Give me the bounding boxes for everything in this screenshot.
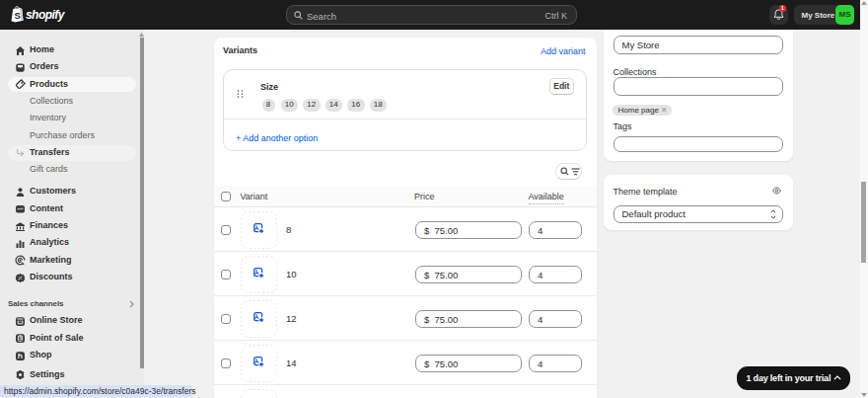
svg-text:S: S xyxy=(14,9,20,20)
svg-text:S: S xyxy=(19,336,22,341)
